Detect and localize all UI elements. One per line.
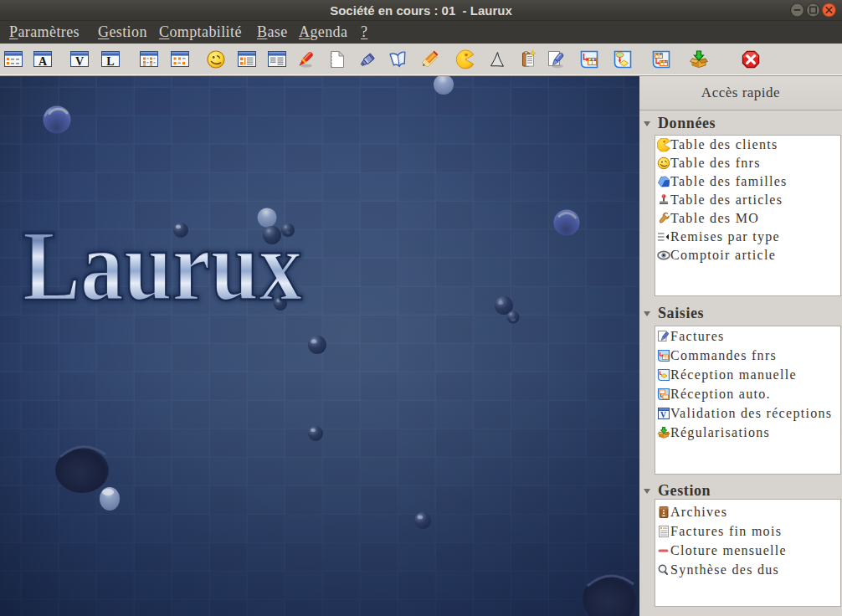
svg-text:V: V <box>75 55 84 68</box>
svg-text:L: L <box>106 55 114 68</box>
svg-text:A: A <box>590 59 593 62</box>
svg-text:A: A <box>39 55 48 68</box>
svg-text:B: B <box>594 59 597 62</box>
svg-text:Laurux: Laurux <box>23 209 302 321</box>
svg-text:V: V <box>660 411 667 419</box>
